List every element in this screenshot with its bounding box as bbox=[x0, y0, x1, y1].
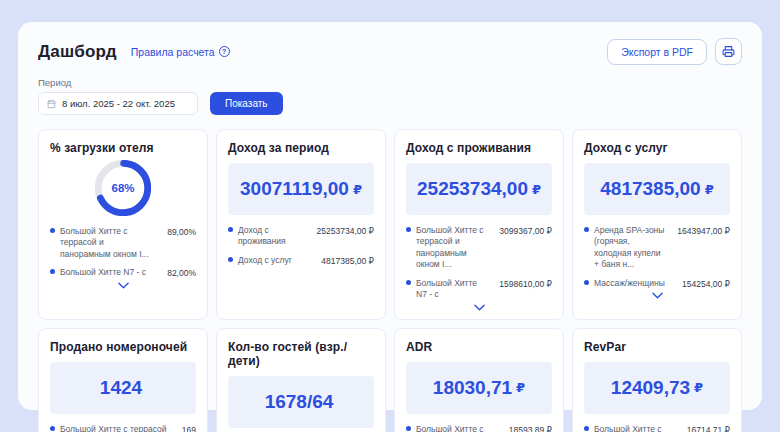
item-value: 82,00% bbox=[167, 268, 196, 278]
card-occupancy: % загрузки отеля 68% Большой Хитте с тер… bbox=[38, 129, 208, 320]
card-title: ADR bbox=[406, 340, 552, 354]
item-label: Большой Хитте с террасой и панорамным ок… bbox=[60, 424, 177, 432]
item-value: 169 bbox=[182, 425, 196, 432]
card-title: RevPar bbox=[584, 340, 730, 354]
breakdown-list: Аренда SPA-зоны (горячая, холодная купел… bbox=[584, 225, 730, 289]
bullet-dot-icon bbox=[228, 227, 233, 232]
question-circle-icon: ? bbox=[219, 46, 230, 57]
item-value: 25253734,00 ₽ bbox=[317, 226, 374, 236]
card-revenue-period: Доход за период 30071119,00 ₽ Доход с пр… bbox=[216, 129, 386, 320]
date-range-field[interactable] bbox=[38, 92, 198, 115]
bullet-dot-icon bbox=[406, 280, 411, 285]
item-value: 18593,89 ₽ bbox=[509, 425, 552, 432]
bullet-dot-icon bbox=[406, 227, 411, 232]
bullet-dot-icon bbox=[50, 426, 55, 431]
chevron-down-icon bbox=[652, 292, 663, 299]
show-button[interactable]: Показать bbox=[210, 92, 283, 115]
period-row: Показать bbox=[38, 92, 742, 115]
card-title: Доход с проживания bbox=[406, 141, 552, 155]
ruble-currency-symbol: ₽ bbox=[694, 380, 703, 395]
period-label: Период bbox=[38, 77, 742, 88]
bullet-dot-icon bbox=[406, 426, 411, 431]
item-label: Большой Хитте с террасой и панорамным ок… bbox=[60, 226, 162, 260]
big-value-box: 12409,73 ₽ bbox=[584, 362, 730, 414]
header: Дашборд Правила расчета ? Экспорт в PDF bbox=[38, 38, 742, 65]
ruble-currency-symbol: ₽ bbox=[532, 182, 541, 197]
card-adr: ADR 18030,71 ₽ Большой Хитте с террасой … bbox=[394, 328, 564, 432]
bullet-dot-icon bbox=[584, 227, 589, 232]
ruble-currency-symbol: ₽ bbox=[705, 182, 714, 197]
item-label: Массаж/женщины bbox=[594, 278, 677, 289]
big-value-box: 18030,71 ₽ bbox=[406, 362, 552, 414]
expand-list-button[interactable] bbox=[468, 303, 491, 312]
list-item: Большой Хитте с террасой и панорамным ок… bbox=[50, 424, 196, 432]
chevron-down-icon bbox=[474, 304, 485, 311]
card-title: Кол-во гостей (взр./дети) bbox=[228, 340, 374, 368]
card-revenue-accommodation: Доход с проживания 25253734,00 ₽ Большой… bbox=[394, 129, 564, 320]
expand-list-button[interactable] bbox=[646, 291, 669, 300]
list-item: Аренда SPA-зоны (горячая, холодная купел… bbox=[584, 225, 730, 271]
expand-list-button[interactable] bbox=[112, 281, 135, 290]
print-button[interactable] bbox=[715, 38, 742, 65]
header-actions: Экспорт в PDF bbox=[607, 38, 742, 65]
big-value-box: 1424 bbox=[50, 362, 196, 414]
item-label: Большой Хитте N7 - с bbox=[416, 278, 494, 301]
item-value: 4817385,00 ₽ bbox=[321, 256, 374, 266]
item-label: Большой Хитте с террасой и панорамным ок… bbox=[416, 424, 504, 432]
big-value-box: 25253734,00 ₽ bbox=[406, 163, 552, 215]
item-label: Большой Хитте с террасой и панорамным ок… bbox=[416, 225, 494, 271]
card-room-nights: Продано номероночей 1424 Большой Хитте с… bbox=[38, 328, 208, 432]
calculation-rules-link[interactable]: Правила расчета ? bbox=[131, 46, 230, 58]
bullet-dot-icon bbox=[584, 426, 589, 431]
item-value: 154254,00 ₽ bbox=[682, 279, 730, 289]
card-revpar: RevPar 12409,73 ₽ Большой Хитте с террас… bbox=[572, 328, 742, 432]
card-title: Продано номероночей bbox=[50, 340, 196, 354]
card-guests: Кол-во гостей (взр./дети) 1678/64 Большо… bbox=[216, 328, 386, 432]
card-title: Доход за период bbox=[228, 141, 374, 155]
big-value-box: 30071119,00 ₽ bbox=[228, 163, 374, 215]
big-value-box: 1678/64 bbox=[228, 376, 374, 428]
date-range-input[interactable] bbox=[62, 98, 189, 109]
item-value: 3099367,00 ₽ bbox=[499, 226, 552, 236]
item-value: 16714,71 ₽ bbox=[687, 425, 730, 432]
bullet-dot-icon bbox=[584, 280, 589, 285]
page-title: Дашборд bbox=[38, 42, 117, 62]
big-value: 25253734,00 bbox=[417, 178, 528, 200]
breakdown-list: Большой Хитте с террасой и панорамным ок… bbox=[50, 424, 196, 432]
list-item: Большой Хитте с террасой и панорамным ок… bbox=[50, 226, 196, 260]
list-item: Большой Хитте N7 - с 1598610,00 ₽ bbox=[406, 278, 552, 301]
item-value: 1643947,00 ₽ bbox=[677, 226, 730, 236]
item-value: 89,00% bbox=[167, 227, 196, 237]
big-value: 18030,71 bbox=[433, 377, 512, 399]
item-label: Доход с проживания bbox=[238, 225, 312, 248]
big-value: 1424 bbox=[100, 377, 142, 399]
item-label: Большой Хитте N7 - с bbox=[60, 267, 162, 278]
list-item: Большой Хитте с террасой и панорамным ок… bbox=[406, 225, 552, 271]
big-value: 4817385,00 bbox=[600, 178, 700, 200]
period-block: Период Показать bbox=[38, 77, 742, 115]
item-label: Большой Хитте с террасой и панорамным ок… bbox=[594, 424, 682, 432]
rules-link-label: Правила расчета bbox=[131, 46, 215, 58]
item-label: Доход с услуг bbox=[238, 255, 316, 266]
bullet-dot-icon bbox=[50, 269, 55, 274]
calendar-icon bbox=[47, 99, 56, 109]
ruble-currency-symbol: ₽ bbox=[353, 182, 362, 197]
list-item: Доход с проживания 25253734,00 ₽ bbox=[228, 225, 374, 248]
card-revenue-services: Доход с услуг 4817385,00 ₽ Аренда SPA-зо… bbox=[572, 129, 742, 320]
ruble-currency-symbol: ₽ bbox=[516, 380, 525, 395]
big-value: 30071119,00 bbox=[240, 178, 349, 200]
big-value-box: 4817385,00 ₽ bbox=[584, 163, 730, 215]
big-value: 12409,73 bbox=[611, 377, 690, 399]
breakdown-list: Доход с проживания 25253734,00 ₽ Доход с… bbox=[228, 225, 374, 266]
bullet-dot-icon bbox=[50, 228, 55, 233]
list-item: Большой Хитте с террасой и панорамным ок… bbox=[584, 424, 730, 432]
item-value: 1598610,00 ₽ bbox=[499, 279, 552, 289]
export-pdf-button[interactable]: Экспорт в PDF bbox=[607, 39, 707, 65]
big-value: 1678/64 bbox=[265, 391, 334, 413]
card-title: % загрузки отеля bbox=[50, 141, 196, 155]
occupancy-donut-chart: 68% bbox=[95, 160, 151, 216]
card-title: Доход с услуг bbox=[584, 141, 730, 155]
printer-icon bbox=[722, 45, 735, 58]
chevron-down-icon bbox=[118, 282, 129, 289]
list-item: Большой Хитте с террасой и панорамным ок… bbox=[406, 424, 552, 432]
